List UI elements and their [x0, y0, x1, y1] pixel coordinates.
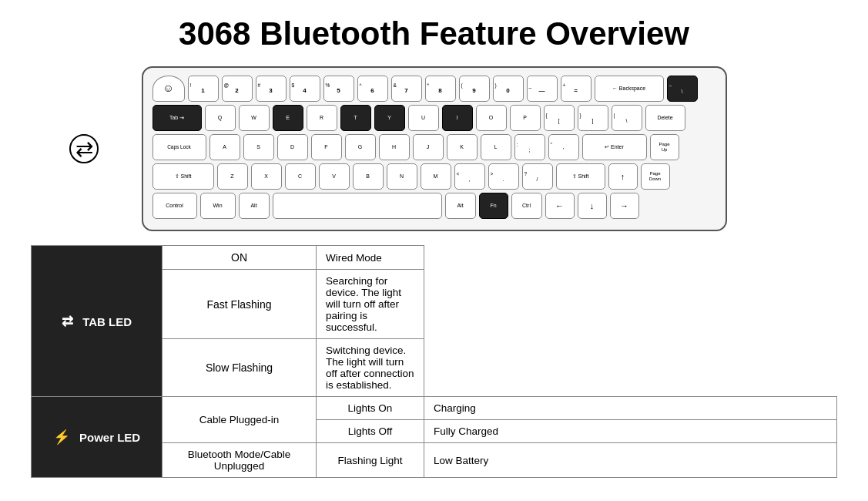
key-ctrl-right: Ctrl — [511, 193, 542, 219]
key-delete: Delete — [645, 105, 685, 131]
zxcv-row: ⇧ Shift Z X C V B N M <, >. ?/ ⇧ Shift ↑… — [152, 163, 716, 190]
key-tab: Tab ⇥ — [152, 105, 202, 131]
power-led-icon: ⚡ — [53, 429, 70, 445]
tab-on-desc: Wired Mode — [317, 246, 424, 270]
key-o: O — [476, 105, 507, 131]
lights-on-label: Lights On — [317, 397, 424, 420]
key-d: D — [277, 134, 308, 160]
keyboard-wrapper: ⇄ ⚡ ☺ !1 @2 #3 $4 %5 ^6 &7 *8 (9 )0 _— +… — [31, 66, 837, 231]
tab-arrow-icon: ⇄ — [69, 134, 99, 163]
key-s: S — [243, 134, 274, 160]
key-x: X — [251, 163, 282, 190]
key-3: #3 — [256, 76, 287, 102]
key-6: ^6 — [357, 76, 388, 102]
key-lbracket: {[ — [544, 105, 575, 131]
key-4: $4 — [290, 76, 320, 102]
key-slash: ?/ — [522, 163, 553, 190]
key-pageup: PageUp — [650, 134, 679, 160]
key-e: E — [273, 105, 303, 131]
key-comma: <, — [454, 163, 485, 190]
key-quote: "' — [548, 134, 579, 160]
tab-fast-desc: Searching for device. The light will tur… — [317, 270, 424, 339]
tab-led-row-on: ⇄ TAB LED ON Wired Mode — [32, 246, 837, 270]
key-w: W — [239, 105, 270, 131]
key-backslash: |\ — [612, 105, 642, 131]
low-battery-desc: Low Battery — [424, 443, 837, 478]
tab-fast-label: Fast Flashing — [163, 270, 317, 339]
key-y: Y — [374, 105, 405, 131]
charging-desc: Charging — [424, 397, 837, 420]
key-backspace: ← Backspace — [595, 76, 664, 102]
key-q: Q — [205, 105, 236, 131]
key-win: Win — [200, 193, 236, 219]
key-n: N — [387, 163, 417, 190]
key-tilde: ~\ — [667, 76, 698, 102]
key-shift-right: ⇧ Shift — [556, 163, 605, 190]
key-right: → — [610, 193, 639, 219]
tab-led-icon: ⇄ — [62, 314, 73, 329]
key-c: C — [285, 163, 316, 190]
key-b: B — [353, 163, 384, 190]
key-ctrl-left: Control — [152, 193, 197, 219]
key-down: ↓ — [578, 193, 607, 219]
key-semicolon: :; — [514, 134, 545, 160]
key-a: A — [209, 134, 240, 160]
key-v: V — [319, 163, 350, 190]
tab-led-header: ⇄ TAB LED — [32, 246, 163, 397]
key-j: J — [413, 134, 444, 160]
key-8: *8 — [425, 76, 456, 102]
key-u: U — [408, 105, 439, 131]
key-p: P — [510, 105, 541, 131]
key-fn: Fn — [479, 193, 508, 219]
key-r: R — [307, 105, 337, 131]
key-t: T — [340, 105, 371, 131]
key-1: !1 — [188, 76, 219, 102]
page-title: 3068 Bluetooth Feature Overview — [31, 15, 837, 52]
key-esc: ☺ — [152, 76, 185, 102]
key-alt-left: Alt — [239, 193, 270, 219]
power-led-row-1: ⚡ Power LED Cable Plugged-in Lights On C… — [32, 397, 837, 420]
bottom-row: Control Win Alt Alt Fn Ctrl ← ↓ → — [152, 193, 716, 219]
key-0: )0 — [493, 76, 524, 102]
fully-charged-desc: Fully Charged — [424, 420, 837, 443]
key-left: ← — [545, 193, 575, 219]
asdf-row: Caps Lock A S D F G H J K L :; "' ↵ Ente… — [152, 134, 716, 160]
feature-table: ⇄ TAB LED ON Wired Mode Fast Flashing Se… — [31, 245, 837, 478]
key-rbracket: }] — [578, 105, 608, 131]
key-equal: += — [561, 76, 592, 102]
key-alt-right: Alt — [445, 193, 476, 219]
number-row: ☺ !1 @2 #3 $4 %5 ^6 &7 *8 (9 )0 _— += ← … — [152, 76, 716, 102]
key-k: K — [447, 134, 478, 160]
key-pagedown: PageDown — [641, 163, 670, 190]
key-l: L — [481, 134, 511, 160]
key-period: >. — [488, 163, 519, 190]
key-capslock: Caps Lock — [152, 134, 206, 160]
key-shift-left: ⇧ Shift — [152, 163, 214, 190]
power-led-header: ⚡ Power LED — [32, 397, 163, 478]
keyboard: ☺ !1 @2 #3 $4 %5 ^6 &7 *8 (9 )0 _— += ← … — [142, 66, 727, 231]
tab-slow-label: Slow Flashing — [163, 339, 317, 397]
key-9: (9 — [459, 76, 490, 102]
flashing-light-label: Flashing Light — [317, 443, 424, 478]
key-g: G — [345, 134, 376, 160]
page: 3068 Bluetooth Feature Overview ⇄ ⚡ ☺ !1… — [0, 0, 868, 493]
tab-on-label: ON — [163, 246, 317, 270]
key-7: &7 — [391, 76, 422, 102]
bluetooth-mode-label: Bluetooth Mode/Cable Unplugged — [163, 443, 317, 478]
key-z: Z — [217, 163, 248, 190]
key-2: @2 — [222, 76, 253, 102]
key-up: ↑ — [608, 163, 638, 190]
lights-off-label: Lights Off — [317, 420, 424, 443]
key-minus: _— — [527, 76, 558, 102]
tab-slow-desc: Switching device. The light will turn of… — [317, 339, 424, 397]
key-f: F — [311, 134, 342, 160]
key-h: H — [379, 134, 410, 160]
key-enter: ↵ Enter — [582, 134, 647, 160]
key-5: %5 — [323, 76, 354, 102]
key-m: M — [421, 163, 451, 190]
key-space — [273, 193, 442, 219]
cable-plugged-label: Cable Plugged-in — [163, 397, 317, 443]
key-i: I — [442, 105, 473, 131]
qwerty-row: Tab ⇥ Q W E R T Y U I O P {[ }] |\ Delet… — [152, 105, 716, 131]
